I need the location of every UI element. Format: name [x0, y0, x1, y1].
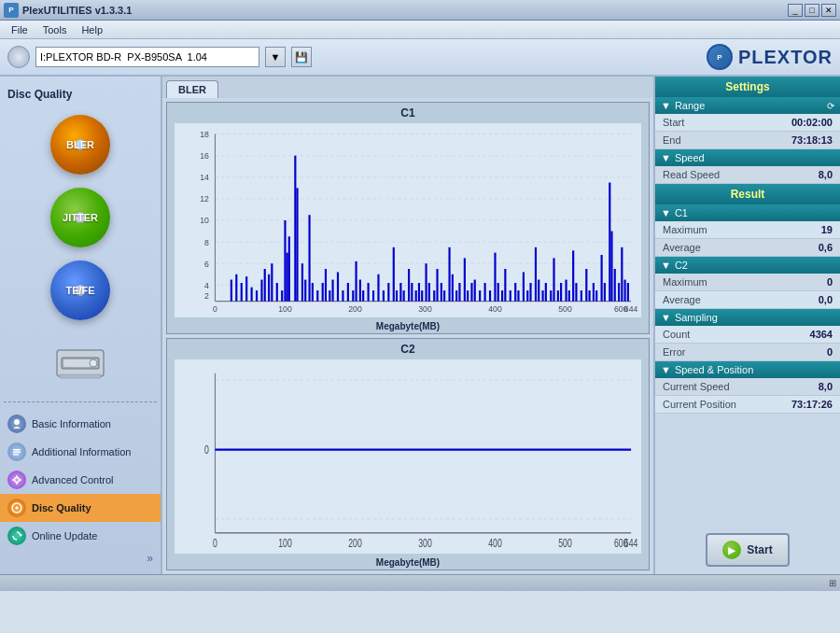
jitter-disc-button[interactable]: JITTER [34, 185, 127, 250]
svg-rect-49 [260, 280, 262, 302]
close-button[interactable]: ✕ [821, 4, 836, 17]
save-button[interactable]: 💾 [291, 47, 312, 67]
svg-rect-86 [411, 283, 413, 302]
current-pos-row: Current Position 73:17:26 [655, 396, 840, 414]
svg-rect-101 [467, 290, 469, 302]
svg-rect-59 [296, 188, 298, 301]
c1-result-label: C1 [675, 207, 688, 218]
basic-label: Basic Information [32, 418, 111, 429]
svg-rect-140 [621, 247, 623, 302]
current-pos-label: Current Position [663, 399, 736, 410]
svg-text:6: 6 [204, 259, 209, 268]
speed-label: Speed [675, 152, 705, 163]
svg-text:500: 500 [558, 304, 572, 314]
sidebar-item-disc-quality[interactable]: Disc Quality [0, 494, 161, 522]
read-speed-row: Read Speed 8,0 [655, 166, 840, 184]
content-area: Disc Quality BLER JITTER TE/FE [0, 77, 840, 574]
svg-rect-80 [387, 283, 389, 302]
sidebar-item-basic[interactable]: Basic Information [0, 410, 161, 438]
sidebar: Disc Quality BLER JITTER TE/FE [0, 77, 162, 574]
drive-disc-button[interactable] [34, 331, 127, 396]
speed-section-header[interactable]: ▼ Speed [655, 149, 840, 166]
titlebar: P PlexUTILITIES v1.3.3.1 _ □ ✕ [0, 0, 840, 21]
range-refresh-icon[interactable]: ⟳ [827, 101, 834, 111]
svg-rect-53 [276, 283, 278, 302]
svg-text:16: 16 [200, 151, 209, 161]
svg-rect-126 [568, 290, 570, 302]
read-speed-label: Read Speed [663, 169, 720, 180]
resize-handle[interactable]: ⊞ [829, 578, 836, 588]
svg-text:14: 14 [200, 173, 209, 182]
svg-rect-87 [415, 290, 417, 302]
dropdown-button[interactable]: ▼ [265, 47, 286, 67]
c1-result-collapse-icon: ▼ [661, 207, 671, 218]
svg-rect-129 [581, 290, 582, 302]
svg-rect-100 [464, 258, 466, 301]
svg-rect-62 [308, 215, 310, 301]
svg-text:300: 300 [418, 304, 432, 314]
svg-rect-90 [425, 263, 427, 301]
sidebar-item-additional[interactable]: Additional Information [0, 438, 161, 466]
c1-result-section-header[interactable]: ▼ C1 [655, 204, 840, 221]
svg-rect-56 [287, 253, 288, 302]
svg-text:200: 200 [348, 304, 362, 314]
c1-x-axis-label: Megabyte(MB) [167, 321, 649, 333]
c2-max-row: Maximum 0 [655, 274, 840, 291]
svg-rect-135 [604, 283, 606, 302]
drive-select[interactable] [35, 47, 259, 67]
svg-rect-57 [288, 236, 290, 301]
charts-area: C1 18 16 14 [162, 98, 653, 574]
menu-help[interactable]: Help [74, 22, 110, 37]
svg-rect-48 [256, 290, 258, 302]
svg-rect-104 [479, 290, 481, 302]
svg-rect-84 [403, 290, 405, 302]
svg-text:2: 2 [204, 291, 209, 301]
start-button[interactable]: ▶ Start [706, 533, 789, 567]
statusbar: ⊞ [0, 574, 840, 591]
sampling-error-label: Error [663, 346, 685, 358]
bler-disc-button[interactable]: BLER [34, 112, 127, 177]
sidebar-expand: » [0, 550, 161, 567]
c2-chart-container: C2 0 0 100 200 [166, 338, 650, 570]
c1-max-row: Maximum 19 [655, 221, 840, 239]
sidebar-item-update[interactable]: Online Update [0, 522, 161, 550]
tab-bler[interactable]: BLER [166, 80, 218, 98]
drive-icon [7, 46, 30, 68]
svg-rect-105 [484, 283, 486, 302]
svg-text:8: 8 [204, 237, 209, 246]
c2-avg-row: Average 0,0 [655, 291, 840, 309]
svg-rect-85 [408, 269, 410, 302]
range-section-header[interactable]: ▼ Range ⟳ [655, 97, 840, 114]
svg-point-3 [90, 359, 97, 367]
svg-rect-69 [337, 272, 339, 301]
sidebar-item-advanced[interactable]: Advanced Control [0, 466, 161, 494]
c2-result-section-header[interactable]: ▼ C2 [655, 257, 840, 274]
plextor-logo-text: PLEXTOR [738, 47, 833, 68]
svg-rect-75 [362, 290, 364, 302]
svg-point-15 [16, 507, 19, 510]
tefe-disc-button[interactable]: TE/FE [34, 258, 127, 323]
svg-text:400: 400 [488, 304, 502, 314]
sampling-section-header[interactable]: ▼ Sampling [655, 309, 840, 326]
toolbar: ▼ 💾 P PLEXTOR [0, 39, 840, 77]
svg-rect-120 [545, 283, 547, 302]
expand-button[interactable]: » [147, 552, 153, 565]
menubar: File Tools Help [0, 21, 840, 39]
range-end-row: End 73:18:13 [655, 132, 840, 149]
minimize-button[interactable]: _ [788, 4, 803, 17]
range-end-value: 73:18:13 [791, 134, 833, 146]
svg-rect-123 [557, 290, 559, 302]
menu-file[interactable]: File [4, 22, 35, 37]
svg-text:100: 100 [278, 537, 292, 549]
svg-text:500: 500 [558, 537, 572, 549]
titlebar-left: P PlexUTILITIES v1.3.3.1 [4, 3, 132, 18]
svg-rect-124 [560, 283, 562, 302]
svg-rect-58 [294, 156, 296, 302]
c2-chart-title: C2 [167, 339, 649, 359]
menu-tools[interactable]: Tools [35, 22, 75, 37]
maximize-button[interactable]: □ [805, 4, 819, 17]
svg-rect-95 [443, 290, 445, 302]
svg-rect-65 [322, 283, 324, 302]
speed-pos-section-header[interactable]: ▼ Speed & Position [655, 361, 840, 378]
svg-rect-111 [510, 290, 511, 302]
